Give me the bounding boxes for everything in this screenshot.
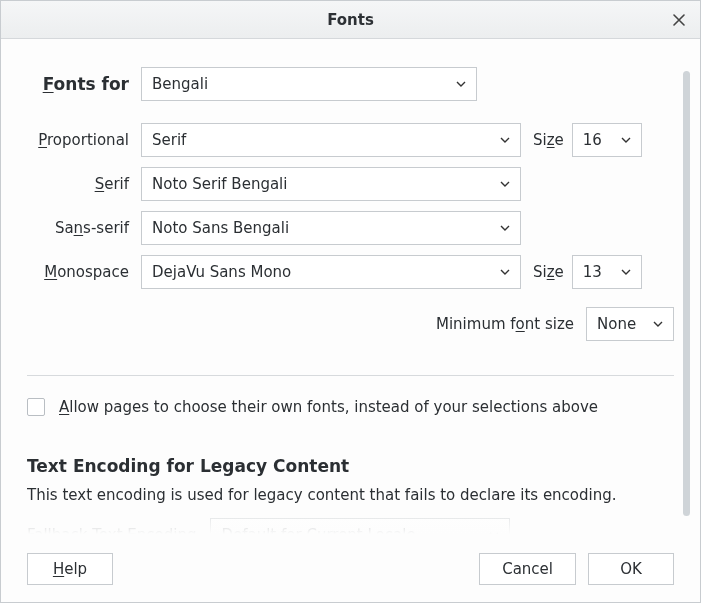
ok-button[interactable]: OK [588,553,674,585]
scroll-area: Fonts for Bengali Proportional Serif Siz… [27,67,674,534]
chevron-down-icon [621,269,631,275]
proportional-size-label: Size [533,131,564,149]
close-button[interactable] [668,9,690,31]
min-font-size-dropdown[interactable]: None [586,307,674,341]
sans-serif-dropdown[interactable]: Noto Sans Bengali [141,211,521,245]
separator [27,375,674,376]
monospace-label: Monospace [27,263,141,281]
allow-pages-label: Allow pages to choose their own fonts, i… [59,398,598,416]
titlebar: Fonts [1,1,700,39]
fallback-encoding-label: Fallback Text Encoding [27,526,196,534]
monospace-value: DejaVu Sans Mono [152,263,510,281]
monospace-size-label: Size [533,263,564,281]
sans-serif-row: Sans-serif Noto Sans Bengali [27,211,674,245]
dialog-footer: Help Cancel OK [1,534,700,602]
min-font-size-row: Minimum font size None [27,307,674,341]
fonts-for-value: Bengali [152,75,466,93]
chevron-down-icon [500,181,510,187]
fallback-encoding-value: Default for Current Locale [221,526,499,534]
chevron-down-icon [500,137,510,143]
chevron-down-icon [653,321,663,327]
proportional-label: Proportional [27,131,141,149]
serif-dropdown[interactable]: Noto Serif Bengali [141,167,521,201]
fonts-for-dropdown[interactable]: Bengali [141,67,477,101]
allow-pages-checkbox[interactable] [27,398,45,416]
cancel-button[interactable]: Cancel [479,553,576,585]
proportional-value: Serif [152,131,510,149]
encoding-description: This text encoding is used for legacy co… [27,486,674,504]
proportional-size-dropdown[interactable]: 16 [572,123,642,157]
fonts-dialog: Fonts Fonts for Bengali Proportional Ser… [0,0,701,603]
fonts-for-row: Fonts for Bengali [27,67,674,101]
proportional-dropdown[interactable]: Serif [141,123,521,157]
chevron-down-icon [500,269,510,275]
fonts-for-label: Fonts for [27,74,141,94]
encoding-heading: Text Encoding for Legacy Content [27,456,674,476]
window-title: Fonts [327,11,374,29]
close-icon [673,14,685,26]
sans-serif-value: Noto Sans Bengali [152,219,510,237]
chevron-down-icon [621,137,631,143]
proportional-row: Proportional Serif Size 16 [27,123,674,157]
sans-serif-label: Sans-serif [27,219,141,237]
fallback-encoding-dropdown[interactable]: Default for Current Locale [210,518,510,534]
chevron-down-icon [500,225,510,231]
monospace-dropdown[interactable]: DejaVu Sans Mono [141,255,521,289]
dialog-body: Fonts for Bengali Proportional Serif Siz… [1,39,700,602]
serif-value: Noto Serif Bengali [152,175,510,193]
allow-pages-row: Allow pages to choose their own fonts, i… [27,398,674,416]
min-font-size-label: Minimum font size [436,315,574,333]
serif-row: Serif Noto Serif Bengali [27,167,674,201]
fallback-encoding-row: Fallback Text Encoding Default for Curre… [27,518,674,534]
chevron-down-icon [456,81,466,87]
help-button[interactable]: Help [27,553,113,585]
scrollbar-thumb[interactable] [683,71,690,516]
serif-label: Serif [27,175,141,193]
monospace-row: Monospace DejaVu Sans Mono Size 13 [27,255,674,289]
monospace-size-dropdown[interactable]: 13 [572,255,642,289]
